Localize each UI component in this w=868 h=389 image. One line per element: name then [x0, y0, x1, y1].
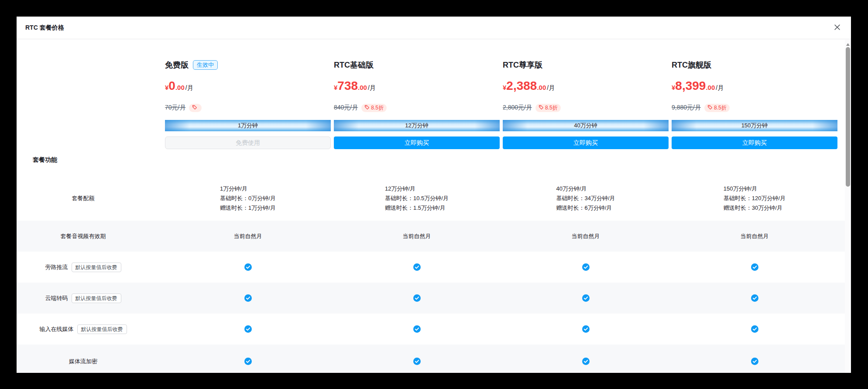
original-price: 70元/月 [165, 104, 185, 112]
quota-line: 赠送时长：1万分钟/月 [220, 203, 276, 213]
discount-text: 8.5折 [545, 105, 558, 111]
plan-name: 免费版 生效中 [165, 60, 331, 70]
plan-name: RTC尊享版 [503, 60, 669, 70]
scrollbar-up-arrow-icon[interactable] [846, 43, 850, 46]
plan-name: RTC基础版 [334, 60, 500, 70]
feature-row-online-media: 输入在线媒体 默认按量值后收费 [17, 314, 845, 345]
plan-card-basic: RTC基础版 ¥738.00/月 840元/月 8.5折 12万分钟 立即购买 [334, 60, 500, 149]
plan-price: ¥2,388.00/月 [503, 80, 669, 95]
quota-line: 基础时长：10.5万分钟/月 [385, 194, 449, 203]
price-integer: 8,399 [675, 80, 706, 92]
check-icon [413, 325, 421, 333]
original-price: 9,880元/月 [672, 104, 701, 112]
quota-details: 150万分钟/月 基础时长：120万分钟/月 赠送时长：30万分钟/月 [724, 184, 786, 213]
quota-line: 1万分钟/月 [220, 184, 276, 194]
quota-line: 40万分钟/月 [556, 184, 615, 194]
check-icon [582, 358, 590, 365]
plan-header-row: 免费版 生效中 ¥0.00/月 70元/月 1万分钟 免费使用 [17, 40, 845, 149]
row-label: 输入在线媒体 [40, 325, 74, 333]
discount-badge: 8.5折 [361, 104, 387, 112]
check-icon [582, 325, 590, 333]
section-title-features: 套餐功能 [17, 155, 845, 164]
quota-line: 12万分钟/月 [385, 184, 449, 194]
quota-ribbon: 12万分钟 [334, 120, 500, 131]
billing-mode-tag: 默认按量值后收费 [77, 324, 127, 334]
discount-text: 8.5折 [371, 105, 384, 111]
close-button[interactable] [833, 24, 841, 32]
price-integer: 0 [168, 80, 175, 92]
close-icon [834, 24, 841, 32]
check-icon [413, 294, 421, 302]
feature-row-relay-push: 旁路推流 默认按量值后收费 [17, 252, 845, 283]
dialog-body: 免费版 生效中 ¥0.00/月 70元/月 1万分钟 免费使用 [17, 40, 845, 373]
check-icon [582, 263, 590, 271]
plan-title: RTC基础版 [334, 60, 374, 70]
check-icon [244, 263, 252, 271]
plan-card-free: 免费版 生效中 ¥0.00/月 70元/月 1万分钟 免费使用 [165, 60, 331, 149]
check-icon [751, 263, 758, 271]
plan-card-premium: RTC尊享版 ¥2,388.00/月 2,800元/月 8.5折 40万分钟 立… [503, 60, 669, 149]
quota-line: 赠送时长：1.5万分钟/月 [385, 203, 449, 213]
price-currency: ¥ [503, 84, 506, 91]
billing-mode-tag: 默认按量值后收费 [72, 263, 121, 272]
row-label: 套餐配额 [72, 194, 95, 202]
row-label: 套餐音视频有效期 [61, 232, 106, 240]
price-unit: /月 [368, 84, 376, 92]
price-decimal: .00 [358, 84, 367, 91]
quota-ribbon: 40万分钟 [503, 120, 669, 131]
feature-row-quota: 套餐配额 1万分钟/月 基础时长：0万分钟/月 赠送时长：1万分钟/月 12万分… [17, 176, 845, 221]
plan-title: RTC旗舰版 [672, 60, 711, 70]
desktop-background: { "modal": { "title": "RTC 套餐价格", "close… [0, 0, 868, 389]
price-tag-icon [364, 105, 370, 111]
price-currency: ¥ [334, 84, 337, 91]
discount-badge: 8.5折 [535, 104, 561, 112]
plan-card-flagship: RTC旗舰版 ¥8,399.00/月 9,880元/月 8.5折 150万分钟 … [672, 60, 837, 149]
validity-value: 当前自然月 [572, 232, 600, 240]
quota-line: 基础时长：120万分钟/月 [724, 194, 786, 203]
price-tag-icon [192, 105, 197, 111]
price-integer: 2,388 [506, 80, 537, 92]
validity-value: 当前自然月 [403, 232, 431, 240]
check-icon [413, 358, 421, 365]
original-price: 2,800元/月 [503, 104, 532, 112]
dialog-title: RTC 套餐价格 [25, 24, 64, 32]
validity-value: 当前自然月 [234, 232, 262, 240]
plan-price: ¥8,399.00/月 [672, 80, 837, 95]
price-decimal: .00 [706, 84, 715, 91]
buy-now-button[interactable]: 立即购买 [503, 136, 669, 149]
original-price-line: 840元/月 8.5折 [334, 103, 500, 112]
original-price: 840元/月 [334, 104, 358, 112]
check-icon [244, 294, 252, 302]
price-tag-icon [707, 105, 713, 111]
plan-price: ¥0.00/月 [165, 80, 331, 95]
original-price-line: 9,880元/月 8.5折 [672, 103, 837, 112]
check-icon [582, 294, 590, 302]
check-icon [244, 325, 252, 333]
feature-row-media-encryption: 媒体流加密 [17, 345, 845, 373]
row-label: 媒体流加密 [69, 358, 97, 365]
buy-now-button[interactable]: 立即购买 [334, 136, 500, 149]
price-tag-icon [539, 105, 544, 111]
price-unit: /月 [185, 84, 193, 92]
validity-value: 当前自然月 [741, 232, 769, 240]
price-currency: ¥ [165, 84, 168, 91]
quota-line: 基础时长：34万分钟/月 [556, 194, 615, 203]
vertical-scrollbar[interactable] [845, 40, 851, 373]
active-status-badge: 生效中 [193, 60, 218, 70]
quota-ribbon: 1万分钟 [165, 120, 331, 131]
scrollbar-thumb[interactable] [846, 47, 850, 187]
free-use-button[interactable]: 免费使用 [165, 136, 331, 149]
quota-line: 基础时长：0万分钟/月 [220, 194, 276, 203]
check-icon [751, 358, 758, 365]
discount-badge: 8.5折 [704, 104, 730, 112]
check-icon [413, 263, 421, 271]
buy-now-button[interactable]: 立即购买 [672, 136, 837, 149]
price-unit: /月 [716, 84, 724, 92]
original-price-line: 2,800元/月 8.5折 [503, 103, 669, 112]
plan-title: RTC尊享版 [503, 60, 542, 70]
check-icon [244, 358, 252, 365]
discount-text: 8.5折 [714, 105, 727, 111]
original-price-line: 70元/月 [165, 103, 331, 112]
check-icon [751, 294, 758, 302]
empty-label-cell [17, 60, 162, 149]
